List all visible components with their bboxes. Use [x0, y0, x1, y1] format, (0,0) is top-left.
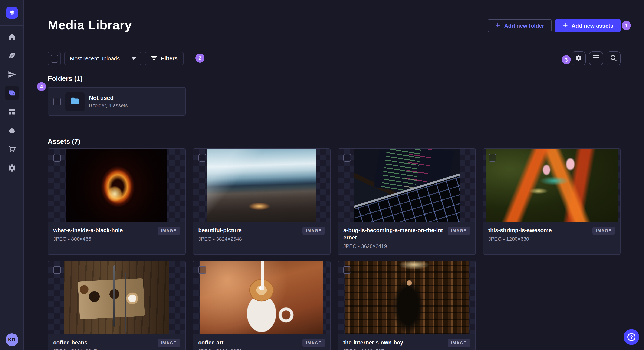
- asset-card[interactable]: what-s-inside-a-black-hole JPEG - 800×46…: [48, 149, 186, 255]
- annotation-badge-4: 4: [37, 82, 46, 91]
- asset-card[interactable]: a-bug-is-becoming-a-meme-on-the-internet…: [338, 149, 476, 255]
- asset-meta: JPEG - 1200×707: [343, 348, 470, 350]
- library-portrait-image: [344, 261, 469, 334]
- sidebar-nav: [0, 25, 24, 175]
- feather-icon: [8, 51, 16, 60]
- annotation-badge-3: 3: [562, 55, 571, 64]
- latte-art-image: [200, 261, 323, 334]
- asset-checkbox[interactable]: [53, 154, 61, 162]
- filters-button[interactable]: Filters: [145, 52, 184, 65]
- section-divider: [44, 128, 619, 128]
- asset-meta: JPEG - 1200×630: [488, 236, 615, 242]
- asset-checkbox[interactable]: [198, 154, 206, 162]
- asset-info: coffee-beans JPEG - 5021×3347 IMAGE: [48, 334, 185, 350]
- layout-icon: [8, 108, 16, 116]
- coffee-beans-image: [64, 261, 169, 334]
- annotation-badge-2: 2: [196, 54, 204, 62]
- asset-info: beautiful-picture JPEG - 3824×2548 IMAGE: [193, 222, 330, 254]
- sidebar: KD: [0, 0, 24, 350]
- asset-meta: JPEG - 3628×2419: [343, 243, 470, 249]
- sidebar-item-releases[interactable]: [4, 67, 19, 82]
- question-mark-icon: ?: [628, 333, 636, 341]
- help-button[interactable]: ?: [624, 329, 639, 345]
- add-new-assets-button[interactable]: Add new assets: [555, 19, 620, 32]
- main-content: Media Library Add new folder Add new ass…: [24, 0, 644, 350]
- asset-thumbnail-area: [48, 149, 185, 222]
- list-view-button[interactable]: [589, 51, 603, 65]
- asset-thumbnail-area: [483, 149, 620, 222]
- folder-meta: 0 folder, 4 assets: [89, 102, 128, 108]
- add-new-folder-button[interactable]: Add new folder: [488, 19, 552, 32]
- asset-checkbox[interactable]: [343, 266, 351, 274]
- page-header: Media Library Add new folder Add new ass…: [48, 18, 620, 32]
- asset-meta: JPEG - 5021×3347: [53, 348, 180, 350]
- sidebar-item-deploy[interactable]: [4, 123, 19, 138]
- asset-meta: JPEG - 800×466: [53, 236, 180, 242]
- assets-grid: what-s-inside-a-black-hole JPEG - 800×46…: [48, 149, 620, 350]
- media-library-page: KD Media Library Add new folder Add new …: [0, 0, 644, 350]
- asset-thumbnail-area: [338, 261, 475, 334]
- gear-icon: [8, 164, 16, 172]
- asset-info: this-shrimp-is-awesome JPEG - 1200×630 I…: [483, 222, 620, 254]
- configure-view-button[interactable]: [572, 51, 586, 65]
- asset-card[interactable]: the-internet-s-own-boy JPEG - 1200×707 I…: [338, 261, 476, 350]
- asset-type-badge: IMAGE: [302, 339, 325, 347]
- asset-checkbox[interactable]: [53, 266, 61, 274]
- asset-card[interactable]: this-shrimp-is-awesome JPEG - 1200×630 I…: [483, 149, 620, 255]
- sidebar-item-settings[interactable]: [4, 161, 19, 175]
- cart-icon: [8, 145, 16, 154]
- asset-type-badge: IMAGE: [592, 227, 615, 235]
- sidebar-item-marketplace[interactable]: [4, 142, 19, 157]
- asset-thumbnail-area: [48, 261, 185, 334]
- laptop-code-image: [354, 149, 460, 222]
- cog-icon: [575, 54, 582, 63]
- list-icon: [593, 55, 600, 62]
- select-all-checkbox[interactable]: [48, 52, 61, 65]
- page-title: Media Library: [48, 18, 132, 32]
- asset-info: coffee-art JPEG - 5824×3259 IMAGE: [193, 334, 330, 350]
- asset-card[interactable]: coffee-art JPEG - 5824×3259 IMAGE: [193, 261, 330, 350]
- annotation-badge-1: 1: [622, 21, 631, 30]
- sidebar-item-home[interactable]: [4, 30, 19, 44]
- avatar[interactable]: KD: [5, 333, 18, 346]
- folder-icon-box: [65, 92, 85, 111]
- asset-checkbox[interactable]: [198, 266, 206, 274]
- asset-checkbox[interactable]: [488, 154, 496, 162]
- asset-info: a-bug-is-becoming-a-meme-on-the-internet…: [338, 222, 475, 254]
- sort-dropdown[interactable]: Most recent uploads: [64, 52, 142, 65]
- paper-plane-icon: [8, 70, 16, 79]
- folder-checkbox[interactable]: [53, 98, 61, 105]
- media-library-icon: [8, 89, 16, 97]
- sidebar-item-content-manager[interactable]: [4, 105, 19, 119]
- home-icon: [8, 33, 16, 41]
- asset-type-badge: IMAGE: [448, 227, 470, 235]
- asset-meta: JPEG - 5824×3259: [198, 348, 325, 350]
- sidebar-item-media-library[interactable]: [4, 86, 19, 100]
- sidebar-item-content-type-builder[interactable]: [4, 48, 19, 63]
- sidebar-footer: KD: [0, 329, 24, 350]
- folder-card-not-used[interactable]: Not used 0 folder, 4 assets: [48, 87, 186, 116]
- asset-type-badge: IMAGE: [448, 339, 470, 347]
- folders-heading: Folders (1): [48, 75, 83, 82]
- chevron-down-icon: [132, 57, 136, 60]
- black-hole-image: [66, 149, 167, 222]
- checkbox-icon: [50, 55, 58, 62]
- folder-texts: Not used 0 folder, 4 assets: [89, 95, 128, 108]
- view-options: [572, 51, 620, 65]
- mountain-landscape-image: [207, 149, 317, 222]
- asset-info: what-s-inside-a-black-hole JPEG - 800×46…: [48, 222, 185, 254]
- asset-type-badge: IMAGE: [158, 339, 180, 347]
- mantis-shrimp-image: [486, 149, 618, 222]
- asset-card[interactable]: beautiful-picture JPEG - 3824×2548 IMAGE: [193, 149, 330, 255]
- toolbar: Most recent uploads Filters: [48, 51, 620, 65]
- strapi-logo-icon[interactable]: [6, 6, 18, 18]
- assets-heading: Assets (7): [48, 138, 80, 146]
- asset-checkbox[interactable]: [343, 154, 351, 162]
- asset-info: the-internet-s-own-boy JPEG - 1200×707 I…: [338, 334, 475, 350]
- search-button[interactable]: [606, 51, 620, 65]
- plus-icon: [562, 22, 568, 29]
- asset-meta: JPEG - 3824×2548: [198, 236, 325, 242]
- header-actions: Add new folder Add new assets: [488, 19, 620, 32]
- asset-card[interactable]: coffee-beans JPEG - 5021×3347 IMAGE: [48, 261, 186, 350]
- cloud-icon: [8, 126, 16, 135]
